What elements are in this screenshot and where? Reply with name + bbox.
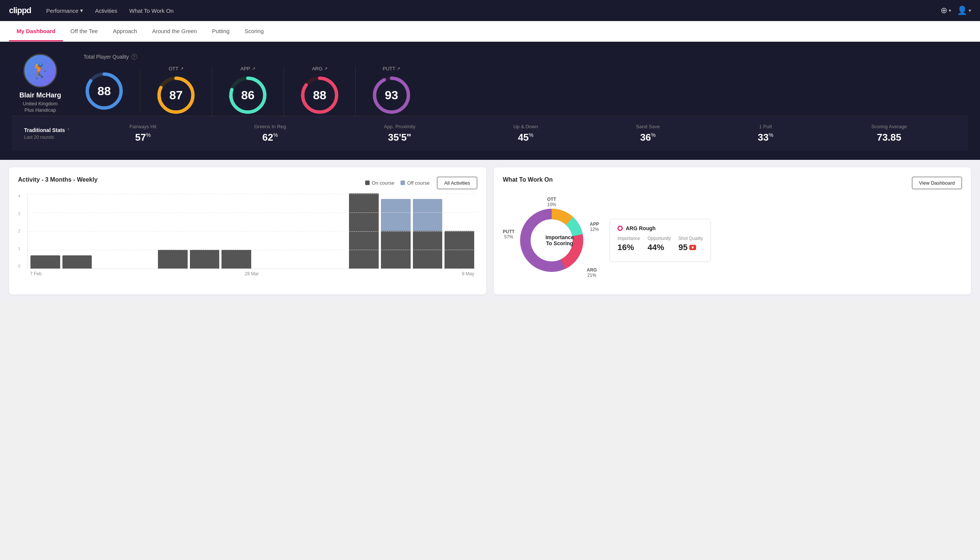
stat-app-proximity-value: 35'5" [384, 132, 416, 143]
arg-score-value: 88 [313, 88, 326, 102]
nav-right: ⊕ ▾ 👤 ▾ [940, 6, 971, 15]
opportunity-value: 44% [647, 243, 671, 252]
bar-group-8 [285, 193, 315, 268]
tab-my-dashboard[interactable]: My Dashboard [9, 21, 63, 42]
stat-one-putt: 1 Putt 33% [758, 124, 773, 143]
off-course-bar [413, 199, 443, 231]
stats-label-area: Traditional Stats ? Last 20 rounds [24, 127, 80, 140]
bar-group-5 [190, 193, 220, 268]
donut-section: Importance To Scoring OTT 10% APP 12% AR… [503, 195, 962, 285]
stat-one-putt-value: 33% [758, 132, 773, 143]
logo[interactable]: clippd [9, 6, 31, 15]
nav-activities[interactable]: Activities [95, 8, 117, 14]
info-metrics: Importance 16% Opportunity 44% Shot Qual… [617, 236, 703, 252]
scores-section: Total Player Quality ? 88 [83, 54, 968, 116]
stat-fairways-hit: Fairways Hit 57% [129, 124, 156, 143]
stat-scoring-average-label: Scoring Average [871, 124, 907, 129]
tab-putting[interactable]: Putting [205, 21, 237, 42]
shot-quality-value: 95 ▼ [679, 243, 703, 252]
stat-greens-in-reg-label: Greens In Reg [254, 124, 286, 129]
score-arg: ARG ↗ 88 [284, 66, 356, 116]
ring-putt: 93 [371, 75, 412, 116]
chevron-down-icon: ▾ [949, 8, 951, 13]
arg-arrow-icon: ↗ [324, 66, 328, 71]
score-total: 88 [83, 70, 140, 112]
app-arrow-icon: ↗ [252, 66, 255, 71]
bar-group-0 [30, 193, 60, 268]
chart-legend: On course Off course [365, 180, 430, 186]
ott-arrow-icon: ↗ [180, 66, 183, 71]
donut-center-line2: To Scoring [545, 240, 574, 246]
chevron-down-icon: ▾ [80, 7, 83, 14]
donut-label-arg: ARG 21% [587, 267, 597, 278]
tab-scoring[interactable]: Scoring [237, 21, 271, 42]
on-course-bar [62, 255, 92, 268]
chart-area: 0 1 2 3 4 7 Feb 28 Mar 9 May [18, 194, 477, 277]
add-button[interactable]: ⊕ ▾ [940, 6, 951, 15]
all-activities-button[interactable]: All Activities [437, 177, 477, 189]
importance-value: 16% [617, 243, 640, 252]
stat-up-and-down: Up & Down 45% [513, 124, 538, 143]
nav-performance[interactable]: Performance ▾ [46, 7, 83, 14]
on-course-bar [349, 193, 379, 268]
bar-group-7 [253, 193, 283, 268]
ring-app: 86 [227, 75, 268, 116]
view-dashboard-button[interactable]: View Dashboard [912, 177, 962, 189]
user-menu-button[interactable]: 👤 ▾ [957, 6, 971, 15]
on-course-dot [365, 180, 369, 185]
wtwo-title: What To Work On [503, 177, 553, 183]
donut-center-line1: Importance [545, 234, 574, 240]
tab-off-the-tee[interactable]: Off the Tee [63, 21, 105, 42]
plus-circle-icon: ⊕ [940, 6, 947, 15]
bar-group-2 [94, 193, 124, 268]
bar-group-12 [413, 193, 443, 268]
bar-group-3 [126, 193, 156, 268]
app-label: APP ↗ [240, 66, 255, 72]
hero-section: 🏌️ Blair McHarg United Kingdom Plus Hand… [0, 42, 980, 160]
score-app: APP ↗ 86 [212, 66, 284, 116]
bar-group-6 [221, 193, 251, 268]
player-handicap: Plus Handicap [25, 107, 56, 113]
activity-chart-card: Activity - 3 Months - Weekly On course O… [9, 167, 486, 295]
help-icon[interactable]: ? [131, 54, 137, 60]
ring-ott: 87 [155, 75, 197, 116]
ott-label: OTT ↗ [169, 66, 183, 72]
player-info: 🏌️ Blair McHarg United Kingdom Plus Hand… [12, 54, 68, 113]
app-score-value: 86 [241, 88, 255, 102]
total-score-value: 88 [97, 84, 111, 98]
user-icon: 👤 [957, 6, 967, 15]
putt-label: PUTT ↗ [383, 66, 401, 72]
chart-title: Activity - 3 Months - Weekly [18, 177, 97, 183]
donut-label-app: APP 12% [590, 222, 599, 232]
tab-approach[interactable]: Approach [105, 21, 145, 42]
chevron-down-icon: ▾ [969, 8, 971, 13]
putt-score-value: 93 [385, 88, 398, 102]
donut-wrapper: Importance To Scoring OTT 10% APP 12% AR… [503, 195, 601, 285]
arg-label: ARG ↗ [312, 66, 327, 72]
bar-group-4 [158, 193, 188, 268]
bar-group-13 [444, 193, 474, 268]
opportunity-label: Opportunity [647, 236, 671, 241]
bar-group-9 [317, 193, 347, 268]
off-course-dot [401, 180, 405, 185]
on-course-bar [221, 250, 251, 268]
tab-around-the-green[interactable]: Around the Green [145, 21, 204, 42]
chart-header: Activity - 3 Months - Weekly On course O… [18, 177, 477, 189]
player-country: United Kingdom [23, 101, 58, 107]
donut-label-ott: OTT 10% [547, 197, 556, 207]
bar-group-1 [62, 193, 92, 268]
importance-label: Importance [617, 236, 640, 241]
chart-xlabels: 7 Feb 28 Mar 9 May [27, 269, 477, 277]
nav-links: Performance ▾ Activities What To Work On [46, 7, 174, 14]
bar-group-10 [349, 193, 379, 268]
avatar: 🏌️ [23, 54, 57, 88]
stat-sand-save-label: Sand Save [636, 124, 660, 129]
legend-off-course: Off course [401, 180, 430, 186]
nav-what-to-work-on[interactable]: What To Work On [129, 8, 174, 14]
on-course-bar [30, 255, 60, 268]
on-course-bar [158, 250, 188, 268]
chart-bars [27, 194, 477, 269]
stats-help-icon[interactable]: ? [67, 127, 73, 133]
on-course-bar [413, 231, 443, 268]
info-importance: Importance 16% [617, 236, 640, 252]
